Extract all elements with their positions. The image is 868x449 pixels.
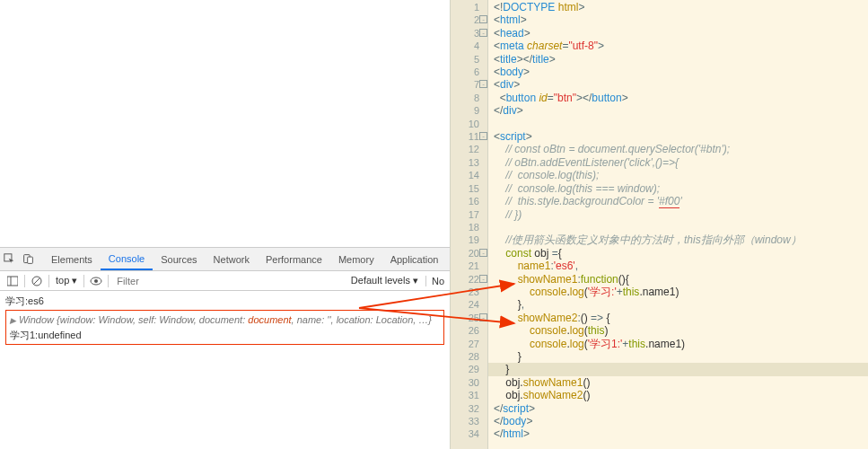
code-text: console.log('学习1:'+this.name1): [488, 338, 685, 350]
code-line[interactable]: 5<title></title>: [488, 53, 868, 66]
sidebar-toggle-icon[interactable]: [5, 274, 20, 288]
code-text: // console.log(this === window);: [488, 182, 660, 195]
line-number: 19: [451, 233, 479, 246]
inspect-icon[interactable]: [4, 252, 15, 267]
line-number: 16: [451, 195, 479, 207]
tab-elements[interactable]: Elements: [43, 250, 101, 269]
tab-application[interactable]: Application: [382, 250, 447, 269]
code-line[interactable]: 31 obj.showName2(): [488, 389, 868, 401]
fold-icon[interactable]: -: [479, 313, 487, 321]
device-icon[interactable]: [22, 252, 34, 267]
code-line[interactable]: 15 // console.log(this === window);: [488, 182, 868, 195]
code-text: <body>: [488, 66, 530, 78]
code-text: }: [488, 350, 522, 363]
code-line[interactable]: 30 obj.showName1(): [488, 376, 868, 389]
line-number: 7: [451, 78, 479, 91]
code-line[interactable]: 16 // this.style.backgroundColor = '#f00…: [488, 195, 868, 207]
code-line[interactable]: 27 console.log('学习1:'+this.name1): [488, 338, 868, 350]
expand-icon[interactable]: ▶: [10, 316, 16, 325]
fold-icon[interactable]: -: [479, 275, 487, 283]
code-text: <head>: [488, 27, 530, 40]
code-text: name1:'es6',: [488, 260, 578, 272]
code-line[interactable]: 12 // const oBtn = document.querySelecto…: [488, 143, 868, 155]
code-line[interactable]: 21 name1:'es6',: [488, 260, 868, 272]
line-number: 1: [451, 1, 479, 13]
code-line[interactable]: 24 },: [488, 298, 868, 311]
line-number: 32: [451, 402, 479, 415]
code-line[interactable]: 20- const obj ={: [488, 247, 868, 260]
code-line[interactable]: 29 }: [488, 363, 868, 375]
code-line[interactable]: 4<meta charset="utf-8">: [488, 40, 868, 52]
code-line[interactable]: 13 // oBtn.addEventListener('click',()=>…: [488, 156, 868, 169]
code-line[interactable]: 32</script>: [488, 402, 868, 415]
code-text: </body>: [488, 415, 532, 427]
line-number: 11: [451, 130, 479, 143]
issues-badge[interactable]: No: [425, 276, 446, 286]
separator: [83, 275, 84, 287]
tab-sources[interactable]: Sources: [153, 250, 205, 269]
fold-icon[interactable]: -: [479, 249, 487, 257]
svg-rect-3: [7, 277, 18, 286]
code-line[interactable]: 10: [488, 118, 868, 130]
fold-icon[interactable]: -: [479, 15, 487, 23]
code-line[interactable]: 8 <button id="btn"></button>: [488, 92, 868, 104]
line-number: 22: [451, 273, 479, 286]
line-number: 24: [451, 298, 479, 311]
code-line[interactable]: 2-<html>: [488, 13, 868, 26]
code-line[interactable]: 26 console.log(this): [488, 324, 868, 337]
line-number: 17: [451, 208, 479, 221]
svg-rect-2: [28, 257, 33, 263]
fold-icon[interactable]: -: [479, 29, 487, 37]
code-editor-pane[interactable]: 1<!DOCTYPE html>2-<html>3-<head>4<meta c…: [450, 0, 868, 449]
code-line[interactable]: 7-<div>: [488, 78, 868, 91]
code-text: //使用箭头函数定义对象中的方法时，this指向外部（window）: [488, 233, 802, 246]
code-line[interactable]: 17 // }): [488, 208, 868, 221]
fold-icon[interactable]: -: [479, 132, 487, 140]
tab-performance[interactable]: Performance: [258, 250, 330, 269]
tab-console[interactable]: Console: [101, 249, 153, 270]
log-levels-selector[interactable]: Default levels ▾: [347, 275, 422, 286]
line-number: 29: [451, 363, 479, 375]
code-line[interactable]: 3-<head>: [488, 27, 868, 40]
separator: [48, 275, 49, 287]
clear-console-icon[interactable]: [30, 274, 44, 288]
context-selector[interactable]: top ▾: [52, 275, 81, 286]
code-line[interactable]: 6<body>: [488, 66, 868, 78]
code-text: </script>: [488, 402, 535, 415]
line-number: 12: [451, 143, 479, 155]
code-line[interactable]: 9</div>: [488, 104, 868, 117]
line-number: 6: [451, 66, 479, 78]
tab-network[interactable]: Network: [206, 250, 258, 269]
code-line[interactable]: 11-<script>: [488, 130, 868, 143]
code-text: </div>: [488, 104, 523, 117]
line-number: 21: [451, 260, 479, 272]
code-text: // console.log(this);: [488, 169, 599, 181]
line-number: 8: [451, 92, 479, 104]
code-line[interactable]: 19 //使用箭头函数定义对象中的方法时，this指向外部（window）: [488, 233, 868, 246]
eye-icon[interactable]: [89, 274, 103, 288]
code-line[interactable]: 28 }: [488, 350, 868, 363]
code-line[interactable]: 14 // console.log(this);: [488, 169, 868, 181]
line-number: 28: [451, 350, 479, 363]
tab-memory[interactable]: Memory: [330, 250, 382, 269]
line-number: 25: [451, 312, 479, 324]
browser-devtools-pane: ElementsConsoleSourcesNetworkPerformance…: [0, 0, 450, 449]
code-line[interactable]: 25- showName2:() => {: [488, 312, 868, 324]
line-number: 9: [451, 104, 479, 117]
highlight-box: ▶Window {window: Window, self: Window, d…: [5, 310, 444, 345]
code-line[interactable]: 1<!DOCTYPE html>: [488, 1, 868, 13]
code-line[interactable]: 33</body>: [488, 415, 868, 427]
filter-input[interactable]: [117, 274, 341, 288]
line-number: 3: [451, 27, 479, 40]
console-output[interactable]: 学习:es6 ▶Window {window: Window, self: Wi…: [0, 291, 450, 348]
code-text: <meta charset="utf-8">: [488, 40, 604, 52]
code-content[interactable]: 1<!DOCTYPE html>2-<html>3-<head>4<meta c…: [488, 0, 868, 442]
line-number: 10: [451, 118, 479, 130]
code-line[interactable]: 18: [488, 221, 868, 233]
code-text: console.log('学习:'+this.name1): [488, 286, 679, 298]
code-text: obj.showName1(): [488, 376, 590, 389]
code-line[interactable]: 22- showName1:function(){: [488, 273, 868, 286]
code-line[interactable]: 34</html>: [488, 427, 868, 440]
fold-icon[interactable]: -: [479, 80, 487, 88]
code-line[interactable]: 23 console.log('学习:'+this.name1): [488, 286, 868, 298]
